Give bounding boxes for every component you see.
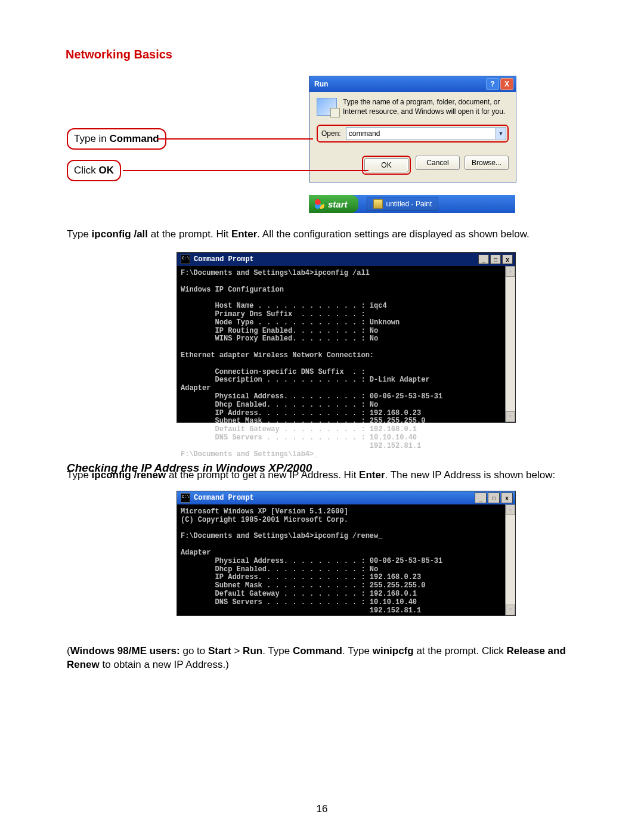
callout-type-command: Type in Command	[67, 128, 166, 150]
open-input[interactable]	[346, 128, 496, 139]
section-title: Networking Basics	[66, 48, 578, 61]
text: go to	[180, 645, 208, 657]
scrollbar[interactable]: ▲ ▼	[505, 504, 515, 615]
cmd-title-text: Command Prompt	[194, 494, 254, 502]
open-combobox[interactable]: ▼	[346, 127, 506, 140]
minimize-icon[interactable]: _	[478, 255, 489, 264]
help-icon[interactable]: ?	[486, 78, 499, 90]
scrollbar[interactable]: ▲ ▼	[505, 266, 515, 422]
cmd-output: F:\Documents and Settings\lab4>ipconfig …	[177, 266, 515, 462]
ok-highlight: OK	[362, 156, 411, 175]
scroll-down-icon[interactable]: ▼	[506, 411, 515, 422]
text-bold: Windows 98/ME users:	[70, 645, 180, 657]
open-field-highlight: Open: ▼	[317, 125, 509, 143]
paragraph: (Windows 98/ME users: go to Start > Run.…	[67, 645, 574, 672]
maximize-icon[interactable]: □	[488, 493, 500, 503]
windows-flag-icon	[315, 199, 324, 209]
text: at the prompt. Hit	[148, 228, 231, 240]
text: at the prompt. Click	[414, 645, 507, 657]
cmd-output: Microsoft Windows XP [Version 5.1.2600] …	[177, 504, 515, 618]
chevron-down-icon[interactable]: ▼	[496, 128, 506, 139]
text: >	[231, 645, 243, 657]
run-titlebar: Run ? X	[309, 76, 516, 92]
callout-bold: OK	[99, 165, 114, 176]
text: . The new IP Address is shown below:	[385, 469, 556, 481]
callout-text: Click	[74, 165, 99, 176]
cmd-icon	[181, 255, 190, 264]
text: at the prompt to get a new IP Address. H…	[166, 469, 359, 481]
start-button[interactable]: start	[309, 195, 358, 213]
run-description: Type the name of a program, folder, docu…	[343, 98, 509, 116]
text: . Type	[262, 645, 293, 657]
paragraph: Type ipconfig /all at the prompt. Hit En…	[67, 228, 574, 241]
close-icon[interactable]: x	[501, 493, 513, 503]
text: Type	[67, 469, 92, 481]
text: Type	[67, 228, 92, 240]
run-icon	[317, 98, 337, 116]
text: . Type	[342, 645, 373, 657]
callout-text: Type in	[74, 133, 110, 144]
minimize-icon[interactable]: _	[475, 493, 487, 503]
text-bold: Enter	[359, 469, 385, 481]
start-label: start	[328, 199, 348, 209]
scroll-up-icon[interactable]: ▲	[506, 266, 515, 277]
taskbar: start untitled - Paint	[309, 195, 515, 213]
text-bold: ipconfig /renew	[92, 469, 166, 481]
cmd-icon	[181, 493, 190, 503]
text: . All the configuration settings are dis…	[257, 228, 529, 240]
ok-button[interactable]: OK	[364, 158, 408, 172]
text-bold: Start	[208, 645, 231, 657]
text-bold: Enter	[231, 228, 257, 240]
cmd-titlebar: Command Prompt _ □ x	[177, 253, 515, 266]
connector-line	[157, 138, 313, 140]
run-dialog: Run ? X Type the name of a program, fold…	[309, 76, 516, 182]
text-bold: ipconfig /all	[92, 228, 148, 240]
text-bold: Run	[243, 645, 262, 657]
callout-click-ok: Click OK	[67, 160, 121, 181]
cmd-titlebar: Command Prompt _ □ x	[177, 491, 515, 504]
paint-icon	[373, 199, 383, 209]
cmd-title-text: Command Prompt	[194, 255, 254, 264]
page-number: 16	[0, 803, 644, 815]
paragraph: Type ipconfig /renew at the prompt to ge…	[67, 469, 574, 482]
scroll-up-icon[interactable]: ▲	[506, 504, 515, 515]
close-icon[interactable]: x	[502, 255, 513, 264]
taskbar-item[interactable]: untitled - Paint	[367, 197, 439, 211]
text: to obtain a new IP Address.)	[100, 659, 229, 670]
browse-button[interactable]: Browse...	[465, 156, 509, 170]
close-icon[interactable]: X	[500, 78, 513, 90]
cancel-button[interactable]: Cancel	[416, 156, 460, 170]
callout-bold: Command	[110, 133, 159, 144]
connector-line	[123, 170, 369, 171]
taskbar-item-label: untitled - Paint	[386, 200, 432, 208]
command-prompt-window: Command Prompt _ □ x F:\Documents and Se…	[177, 252, 516, 423]
text-bold: winipcfg	[373, 645, 414, 657]
text-bold: Command	[293, 645, 342, 657]
run-title-text: Run	[314, 80, 328, 88]
open-label: Open:	[321, 129, 341, 138]
scroll-down-icon[interactable]: ▼	[506, 605, 515, 615]
command-prompt-window: Command Prompt _ □ x Microsoft Windows X…	[177, 491, 516, 616]
maximize-icon[interactable]: □	[490, 255, 501, 264]
